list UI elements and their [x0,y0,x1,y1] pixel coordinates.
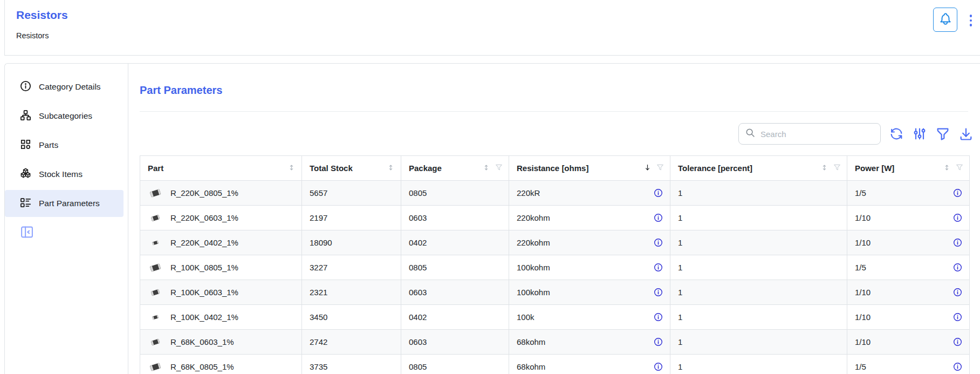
breadcrumb[interactable]: Resistors [16,31,49,40]
total-stock-value: 5657 [310,188,327,198]
table-row[interactable]: R_68K_0603_1%2742060368kohm11/10 [140,330,970,355]
column-header-label: Package [409,164,442,173]
package-value: 0402 [409,238,427,247]
resistance-info-icon[interactable] [653,312,663,322]
package-value: 0402 [409,312,427,322]
power-info-icon[interactable] [952,262,963,273]
bell-icon [938,12,952,28]
part-name[interactable]: R_68K_0603_1% [170,337,234,346]
smd-resistor-chip-thumbnail [148,187,163,199]
tolerance-value: 1 [678,213,682,222]
power-value: 1/5 [855,188,866,198]
table-toolbar [738,123,974,145]
resistance-info-icon[interactable] [653,337,663,347]
power-info-icon[interactable] [952,337,963,347]
sidebar-collapse-icon[interactable] [19,225,35,241]
table-row[interactable]: R_100K_0603_1%23210603100kohm11/10 [140,280,970,305]
column-header-part[interactable]: Part [140,156,302,181]
smd-resistor-chip-thumbnail [148,336,163,348]
table-row[interactable]: R_100K_0805_1%32270805100kohm11/5 [140,255,970,280]
part-name[interactable]: R_220K_0805_1% [170,188,238,198]
download-icon[interactable] [958,126,974,141]
sidebar-item-part-parameters[interactable]: Part Parameters [5,190,124,217]
column-filter-icon[interactable] [833,163,841,173]
search-input[interactable] [760,130,875,139]
smd-resistor-chip-thumbnail [148,287,163,298]
sort-neutral-icon[interactable] [287,163,296,174]
resistance-value: 68kohm [517,362,545,371]
filter-icon[interactable] [935,126,950,141]
resistance-info-icon[interactable] [653,213,663,223]
sidebar-item-label: Part Parameters [39,199,100,208]
column-header-power-w[interactable]: Power [W] [847,156,970,181]
table-row[interactable]: R_220K_0603_1%21970603220kohm11/10 [140,206,970,230]
column-header-total-stock[interactable]: Total Stock [302,156,401,181]
power-info-icon[interactable] [952,362,963,372]
part-name[interactable]: R_100K_0805_1% [170,263,238,272]
resistance-info-icon[interactable] [653,287,663,297]
sort-neutral-icon[interactable] [386,163,395,174]
dots-menu-icon[interactable] [970,15,972,26]
sort-neutral-icon[interactable] [942,163,951,174]
sidebar-item-subcategories[interactable]: Subcategories [5,103,124,130]
total-stock-value: 3450 [310,312,327,322]
power-info-icon[interactable] [952,188,963,198]
resistance-info-icon[interactable] [653,237,663,248]
sort-neutral-icon[interactable] [482,163,491,174]
table-row[interactable]: R_220K_0805_1%56570805220kR11/5 [140,181,970,206]
column-filter-icon[interactable] [955,163,964,173]
part-name[interactable]: R_220K_0402_1% [170,238,238,247]
resistance-value: 100kohm [517,288,550,297]
column-filter-icon[interactable] [495,163,503,173]
smd-resistor-chip-thumbnail [148,311,163,323]
power-info-icon[interactable] [952,312,963,322]
power-value: 1/10 [855,213,871,222]
search-box [738,123,881,145]
part-name[interactable]: R_220K_0603_1% [170,213,238,222]
package-value: 0603 [409,337,427,346]
column-filter-icon[interactable] [656,163,664,173]
power-info-icon[interactable] [952,237,963,248]
total-stock-value: 18090 [310,238,332,247]
table-row[interactable]: R_220K_0402_1%180900402220kohm11/10 [140,230,970,255]
resistance-info-icon[interactable] [653,262,663,273]
resistance-info-icon[interactable] [653,362,663,372]
part-name[interactable]: R_100K_0603_1% [170,288,238,297]
resistance-value: 100k [517,312,534,322]
column-header-resistance-ohms[interactable]: Resistance [ohms] [509,156,670,181]
sidebar-item-stock-items[interactable]: Stock Items [5,161,124,188]
column-header-tolerance-percent[interactable]: Tolerance [percent] [670,156,847,181]
package-value: 0805 [409,188,427,198]
sidebar-item-category-details[interactable]: Category Details [5,73,124,100]
smd-resistor-chip-thumbnail [148,361,163,373]
package-value: 0805 [409,362,427,371]
resistance-value: 220kohm [517,213,550,222]
total-stock-value: 3735 [310,362,327,371]
total-stock-value: 2197 [310,213,327,222]
column-header-label: Tolerance [percent] [678,164,752,173]
power-info-icon[interactable] [952,287,963,297]
notifications-button[interactable] [933,8,957,32]
power-info-icon[interactable] [952,213,963,223]
info-circle-icon [19,80,32,94]
resistance-value: 68kohm [517,337,545,346]
column-header-package[interactable]: Package [401,156,509,181]
total-stock-value: 2742 [310,337,327,346]
power-value: 1/10 [855,312,871,322]
part-name[interactable]: R_68K_0805_1% [170,362,234,371]
sidebar-item-label: Subcategories [39,111,92,121]
adjustments-icon[interactable] [912,126,927,141]
resistance-info-icon[interactable] [653,188,663,198]
stock-cubes-icon [19,167,32,182]
refresh-icon[interactable] [889,126,904,141]
category-grid-icon [19,138,32,153]
sort-neutral-icon[interactable] [820,163,829,174]
column-header-label: Part [148,164,163,173]
part-name[interactable]: R_100K_0402_1% [170,312,238,322]
table-row[interactable]: R_100K_0402_1%34500402100k11/10 [140,305,970,330]
sidebar-item-label: Parts [39,140,58,150]
sidebar-item-parts[interactable]: Parts [5,132,124,159]
total-stock-value: 2321 [310,288,327,297]
sort-desc-icon[interactable] [643,163,652,174]
table-row[interactable]: R_68K_0805_1%3735080568kohm11/5 [140,355,970,374]
